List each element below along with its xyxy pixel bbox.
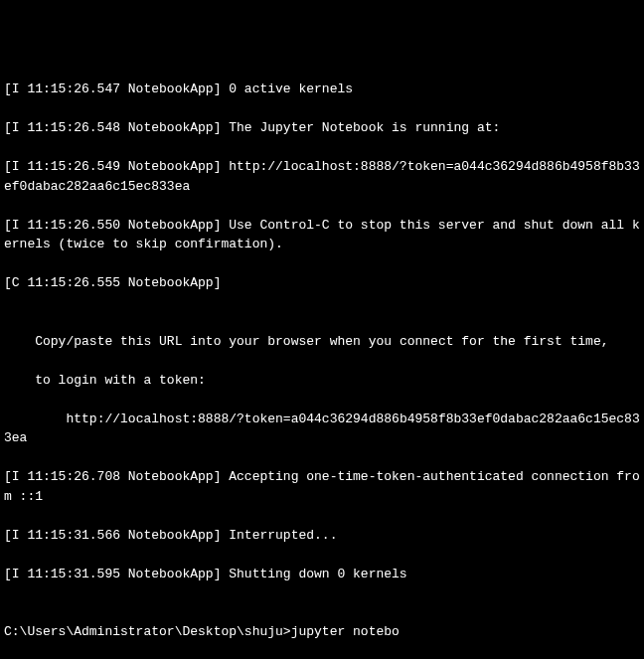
terminal-line: [I 11:15:31.566 NotebookApp] Interrupted… [4,526,640,546]
terminal-line: to login with a token: [4,371,640,391]
terminal-line: http://localhost:8888/?token=a044c36294d… [4,410,640,448]
terminal-line: [I 11:15:26.550 NotebookApp] Use Control… [4,216,640,254]
terminal-line: [I 11:15:26.548 NotebookApp] The Jupyter… [4,118,640,138]
command-prompt: C:\Users\Administrator\Desktop\shuju>jup… [4,622,640,642]
terminal-line: [C 11:15:26.555 NotebookApp] [4,273,640,293]
terminal-line: [I 11:15:31.595 NotebookApp] Shutting do… [4,565,640,584]
terminal-line: [I 11:15:26.549 NotebookApp] http://loca… [4,157,640,196]
terminal-line: [I 11:15:26.547 NotebookApp] 0 active ke… [4,80,640,99]
terminal-line: [I 11:15:26.708 NotebookApp] Accepting o… [4,467,640,506]
terminal-line: Copy/paste this URL into your browser wh… [4,332,640,352]
